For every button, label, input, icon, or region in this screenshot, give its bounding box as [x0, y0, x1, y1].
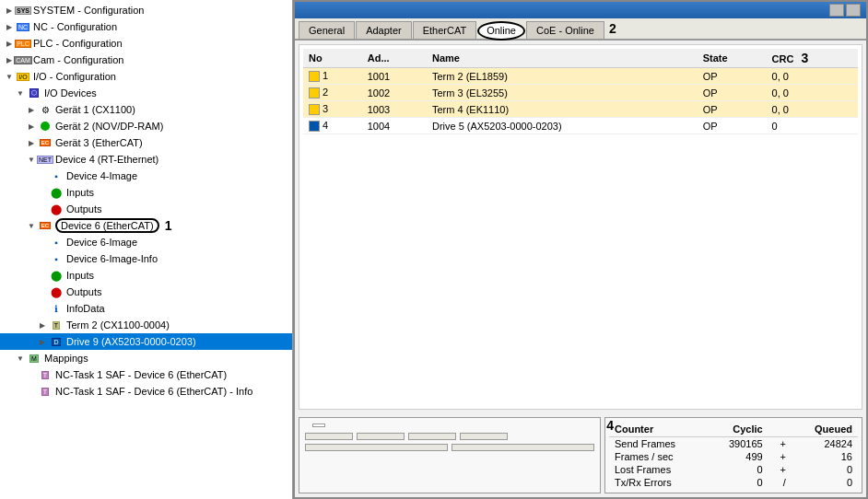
annotation-4: 4 — [606, 418, 614, 433]
tree-label-iodevices: I/O Devices — [44, 87, 97, 99]
tree-toggle-outputs6[interactable] — [37, 286, 48, 297]
tree-icon-device6: EC — [38, 218, 53, 233]
tab-ethercat[interactable]: EtherCAT — [413, 21, 476, 39]
tree-label-inputs6: Inputs — [66, 270, 94, 281]
tab-adapter[interactable]: Adapter — [356, 21, 412, 39]
tree-toggle-inputs6[interactable] — [37, 270, 48, 281]
counter-cell-cyclic: 0 — [707, 476, 768, 489]
tree-icon-system: SYS — [16, 3, 30, 17]
sidebar-item-nc[interactable]: ▶NCNC - Configuration — [0, 18, 292, 35]
tree-toggle-mappings[interactable]: ▼ — [15, 353, 26, 364]
sidebar-item-iodevices[interactable]: ▼⬡I/O Devices — [0, 85, 292, 101]
tab-general[interactable]: General — [299, 21, 355, 39]
safeop-button[interactable] — [408, 433, 456, 440]
tree-toggle-inputs4[interactable] — [37, 187, 48, 198]
tree-label-outputs6: Outputs — [66, 286, 102, 297]
table-row[interactable]: 31003Term 4 (EK1110)OP0, 0 — [303, 101, 858, 118]
sidebar-item-drive9[interactable]: ▶DDrive 9 (AX5203-0000-0203) — [0, 333, 292, 350]
tree-label-gerat2: Gerät 2 (NOV/DP-RAM) — [55, 121, 163, 132]
sidebar-item-gerat3[interactable]: ▶ECGerät 3 (EtherCAT) — [0, 134, 292, 151]
tree-toggle-outputs4[interactable] — [37, 203, 48, 215]
device-icon-0 — [309, 71, 320, 82]
tree-toggle-device6imginfo[interactable] — [37, 253, 48, 264]
sidebar-item-device6imginfo[interactable]: ▪Device 6-Image-Info — [0, 250, 292, 267]
clear-frames-button[interactable] — [452, 444, 594, 451]
sidebar-item-infodata[interactable]: ℹInfoData — [0, 300, 292, 317]
table-col-state: State — [698, 49, 767, 68]
table-row[interactable]: 11001Term 2 (EL1859)OP0, 0 — [303, 68, 858, 85]
sidebar-item-outputs6[interactable]: ⬤Outputs — [0, 284, 292, 300]
tree-toggle-term2[interactable]: ▶ — [37, 319, 48, 331]
table-col-ad: Ad... — [362, 49, 427, 68]
table-body: 11001Term 2 (EL1859)OP0, 021002Term 3 (E… — [303, 68, 858, 134]
tree-label-device6img: Device 6-Image — [66, 237, 137, 248]
tree-toggle-plc[interactable]: ▶ — [4, 38, 15, 49]
counter-cell-queued: 24824 — [792, 437, 858, 451]
op-button[interactable] — [460, 433, 508, 440]
close-button[interactable] — [846, 4, 861, 17]
tree-toggle-io[interactable]: ▼ — [4, 71, 15, 82]
counter-cell-cyclic: 390165 — [707, 437, 768, 451]
sidebar-item-outputs4[interactable]: ⬤Outputs — [0, 201, 292, 217]
tree-toggle-infodata[interactable] — [37, 303, 48, 314]
counter-cell-label: Frames / sec — [609, 450, 707, 463]
devices-table: NoAd...NameStateCRC3 11001Term 2 (EL1859… — [303, 49, 858, 134]
tree-toggle-device4[interactable]: ▼ — [26, 154, 37, 165]
sidebar-item-device4img[interactable]: ▪Device 4-Image — [0, 168, 292, 184]
tree-toggle-cam[interactable]: ▶ — [4, 54, 15, 65]
sidebar-item-device6[interactable]: ▼ECDevice 6 (EtherCAT)1 — [0, 217, 292, 234]
pin-button[interactable] — [829, 4, 844, 17]
tree-toggle-device6[interactable]: ▼ — [26, 220, 37, 231]
tree-toggle-gerat1[interactable]: ▶ — [26, 104, 37, 115]
tree-toggle-nctask1saf2[interactable] — [26, 386, 37, 397]
tree-toggle-gerat2[interactable]: ▶ — [26, 121, 37, 132]
cell-name: Term 4 (EK1110) — [427, 101, 698, 118]
tree-icon-iodevices: ⬡ — [27, 86, 41, 100]
table-row[interactable]: 21002Term 3 (EL3255)OP0, 0 — [303, 85, 858, 101]
table-row[interactable]: 41004Drive 5 (AX5203-0000-0203)OP0 — [303, 118, 858, 134]
tab-coe[interactable]: CoE - Online — [526, 21, 604, 39]
device-icon-2 — [309, 104, 320, 115]
sidebar-item-io[interactable]: ▼I/OI/O - Configuration — [0, 68, 292, 85]
sidebar-item-nctask1saf2[interactable]: TNC-Task 1 SAF - Device 6 (EtherCAT) - I… — [0, 383, 292, 400]
tree-toggle-nc[interactable]: ▶ — [4, 21, 15, 32]
sidebar-item-gerat1[interactable]: ▶⚙Gerät 1 (CX1100) — [0, 101, 292, 118]
tree-icon-nctask1saf2: T — [38, 384, 53, 399]
sidebar-item-device6img[interactable]: ▪Device 6-Image — [0, 234, 292, 250]
sidebar-item-cam[interactable]: ▶CAMCam - Configuration — [0, 52, 292, 68]
annotation-3: 3 — [801, 51, 808, 65]
tree-icon-nctask1saf1: T — [38, 367, 53, 382]
cell-crc: 0, 0 — [767, 85, 858, 101]
sidebar-item-nctask1saf1[interactable]: TNC-Task 1 SAF - Device 6 (EtherCAT) — [0, 366, 292, 383]
tree-toggle-device6img[interactable] — [37, 237, 48, 248]
tree-toggle-system[interactable]: ▶ — [4, 5, 15, 16]
tree-toggle-device4img[interactable] — [37, 170, 48, 181]
counter-col-cyclic: Cyclic — [707, 422, 768, 437]
sidebar-item-device4[interactable]: ▼NETDevice 4 (RT-Ethernet) — [0, 151, 292, 168]
tree-label-gerat1: Gerät 1 (CX1100) — [55, 104, 135, 115]
device-icon-1 — [309, 87, 320, 99]
init-button[interactable] — [305, 433, 353, 440]
counter-panel: Counter Cyclic Queued Send Frames390165+… — [604, 417, 862, 493]
tree-toggle-iodevices[interactable]: ▼ — [15, 87, 26, 99]
tree-icon-outputs6: ⬤ — [49, 284, 64, 299]
cell-addr: 1003 — [362, 101, 427, 118]
tab-online[interactable]: Online — [477, 21, 525, 41]
sidebar-item-inputs4[interactable]: ⬤Inputs — [0, 184, 292, 201]
tree-toggle-drive9[interactable]: ▶ — [37, 336, 48, 347]
tree-icon-infodata: ℹ — [49, 301, 64, 316]
sidebar-item-term2[interactable]: ▶TTerm 2 (CX1100-0004) — [0, 317, 292, 333]
tree-label-io: I/O - Configuration — [33, 71, 116, 82]
tree-icon-io: I/O — [16, 69, 30, 84]
tree-toggle-nctask1saf1[interactable] — [26, 369, 37, 380]
sidebar-item-inputs6[interactable]: ⬤Inputs — [0, 267, 292, 284]
sidebar-item-system[interactable]: ▶SYSSYSTEM - Configuration — [0, 2, 292, 18]
preop-button[interactable] — [357, 433, 405, 440]
sidebar-item-mappings[interactable]: ▼MMappings — [0, 350, 292, 366]
sidebar-item-gerat2[interactable]: ▶Gerät 2 (NOV/DP-RAM) — [0, 118, 292, 134]
sidebar-item-plc[interactable]: ▶PLCPLC - Configuration — [0, 35, 292, 52]
clear-crc-button[interactable] — [305, 444, 448, 451]
tree-icon-gerat3: EC — [38, 135, 53, 150]
tree-label-inputs4: Inputs — [66, 187, 94, 198]
tree-toggle-gerat3[interactable]: ▶ — [26, 137, 37, 148]
